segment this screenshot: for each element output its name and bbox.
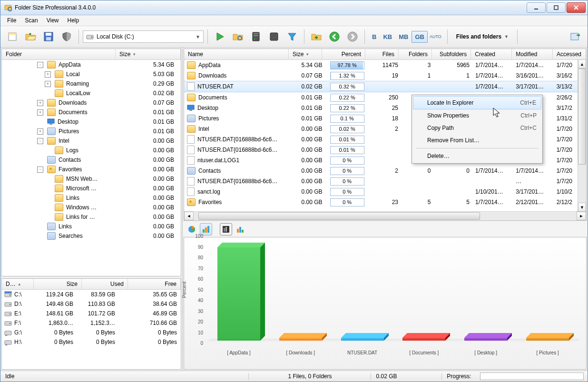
chart-flat-button[interactable] (234, 223, 246, 235)
list-row[interactable]: AppData5.34 GB97.78 %11475359651/7/2014…… (184, 60, 586, 70)
tree-item[interactable]: Contacts0.00 GB (2, 155, 181, 165)
tree-item[interactable]: Windows …0.00 GB (2, 203, 181, 212)
list-row[interactable]: Contacts0.00 GB0 %2001/7/2014…1/7/2014…1… (184, 166, 586, 176)
tree-item[interactable]: -★Favorites0.00 GB (2, 165, 181, 174)
drive-row[interactable]: F:\1,863.0…1,152.3…710.66 GB (2, 318, 181, 328)
expand-toggle[interactable]: + (37, 109, 43, 116)
svg-point-17 (254, 39, 255, 40)
tree-item[interactable]: LocalLow0.02 GB (2, 88, 181, 98)
menu-help[interactable]: Help (64, 16, 83, 25)
back-button[interactable] (326, 29, 343, 45)
list-header-folders[interactable]: Folders (399, 49, 432, 59)
stop-button[interactable] (266, 29, 282, 45)
drives-list[interactable]: C:\119.24 GB83.59 GB35.65 GBD:\149.48 GB… (2, 290, 181, 347)
tree-item[interactable]: +Roaming0.29 GB (2, 79, 181, 88)
minimize-button[interactable] (527, 2, 546, 13)
drive-row[interactable]: D:\149.48 GB110.83 GB38.64 GB (2, 299, 181, 309)
new-scan-button[interactable] (4, 29, 20, 45)
open-button[interactable] (22, 29, 39, 45)
export-button[interactable] (568, 29, 584, 45)
folder-tree[interactable]: -AppData5.34 GB+Local5.03 GB+Roaming0.29… (2, 60, 181, 276)
svg-rect-18 (270, 33, 278, 40)
expand-toggle[interactable]: + (37, 128, 43, 135)
chart-xlabel: [ Pictures ] (536, 350, 559, 355)
vertical-scrollbar[interactable]: ▲▼ (578, 59, 586, 212)
expand-toggle[interactable]: - (37, 138, 43, 144)
drives-header-used[interactable]: Used (82, 279, 128, 289)
save-button[interactable] (40, 29, 57, 45)
play-button[interactable] (212, 29, 228, 45)
menu-file[interactable]: File (3, 16, 20, 25)
ctx-copy-path[interactable]: Copy PathCtrl+C (413, 122, 541, 134)
list-header-percent[interactable]: Percent (322, 49, 365, 59)
tree-item[interactable]: Links0.00 GB (2, 193, 181, 203)
menu-scan[interactable]: Scan (21, 16, 41, 25)
drives-header-size[interactable]: Size (34, 279, 82, 289)
chart-xlabel: [ Desktop ] (474, 350, 497, 355)
tree-item[interactable]: Desktop0.01 GB (2, 117, 181, 127)
list-header-modified[interactable]: Modified (512, 49, 553, 59)
tree-item[interactable]: Microsoft …0.00 GB (2, 184, 181, 193)
unit-mb[interactable]: MB (395, 31, 412, 43)
list-row[interactable]: NTUSER.DAT0.02 GB0.32 %1/7/2014…3/17/201… (184, 81, 586, 92)
list-row[interactable]: NTUSER.DAT{016888bd-6c6…0.00 GB0 %…1/7/2… (184, 176, 586, 186)
expand-toggle[interactable]: + (37, 100, 43, 106)
expand-toggle[interactable]: + (45, 71, 51, 78)
files-folders-dropdown[interactable]: Files and folders ▼ (451, 33, 513, 40)
status-size: 0.02 GB (371, 373, 442, 380)
list-header-name[interactable]: Name (184, 49, 289, 59)
tree-item[interactable]: Links0.00 GB (2, 222, 181, 231)
tree-item[interactable]: -AppData5.34 GB (2, 60, 181, 69)
tree-item[interactable]: -Intel0.00 GB (2, 136, 181, 146)
tree-item[interactable]: +Documents0.01 GB (2, 108, 181, 117)
ctx-delete-[interactable]: Delete… (413, 150, 541, 162)
ctx-remove-from-list-[interactable]: Remove From List… (413, 134, 541, 147)
list-row[interactable]: sanct.log0.00 GB0 %1/10/201…3/17/201…1/1… (184, 186, 586, 197)
tree-item[interactable]: Searches0.00 GB (2, 231, 181, 241)
ctx-locate-in-explorer[interactable]: Locate In ExplorerCtrl+E (413, 96, 541, 109)
scan-folder-button[interactable] (230, 29, 246, 45)
tree-item[interactable]: MSN Web…0.00 GB (2, 174, 181, 184)
maximize-button[interactable] (547, 2, 566, 13)
drive-select[interactable]: Local Disk (C:) ▼ (83, 30, 204, 43)
up-folder-button[interactable] (308, 29, 324, 45)
close-button[interactable] (567, 2, 586, 13)
unit-b[interactable]: B (369, 31, 380, 43)
forward-button[interactable] (344, 29, 361, 45)
horizontal-scrollbar[interactable]: ◄► (184, 211, 586, 220)
shield-button[interactable] (59, 29, 75, 45)
menu-view[interactable]: View (43, 16, 63, 25)
unit-gb[interactable]: GB (412, 31, 428, 43)
expand-toggle[interactable]: - (37, 62, 43, 68)
list-header-size[interactable]: Size ▼ (289, 49, 322, 59)
tree-item[interactable]: +Pictures0.01 GB (2, 127, 181, 136)
expand-toggle[interactable]: + (45, 81, 51, 87)
drive-row[interactable]: G:\0 Bytes0 Bytes0 Bytes (2, 328, 181, 337)
tree-item[interactable]: Links for …0.00 GB (2, 212, 181, 222)
ctx-show-properties[interactable]: Show PropertiesCtrl+P (413, 109, 541, 122)
tree-item[interactable]: +Local5.03 GB (2, 69, 181, 79)
list-header-accessed[interactable]: Accessed (553, 49, 586, 59)
drive-row[interactable]: E:\148.61 GB101.72 GB46.89 GB (2, 309, 181, 318)
unit-kb[interactable]: KB (380, 31, 395, 43)
app-title: Folder Size Professional 3.4.0.0 (15, 4, 526, 11)
tree-item[interactable]: +Downloads0.07 GB (2, 98, 181, 108)
server-button[interactable] (248, 29, 264, 45)
unit-auto[interactable]: AUTO (428, 32, 443, 41)
chart-3d-button[interactable] (220, 223, 232, 235)
tree-header-folder[interactable]: Folder (2, 49, 116, 59)
tree-item[interactable]: Logs0.00 GB (2, 146, 181, 155)
list-header-subfolders[interactable]: Subfolders (432, 49, 471, 59)
expand-toggle[interactable]: - (37, 167, 43, 173)
tree-header-size[interactable]: Size▼ (116, 49, 181, 59)
toolbar: Local Disk (C:) ▼ B KB MB GB AUTO Files … (0, 26, 588, 48)
drives-header-drive[interactable]: D…▲ (2, 279, 34, 289)
drives-header-free[interactable]: Free (128, 279, 181, 289)
list-header-created[interactable]: Created (471, 49, 512, 59)
list-row[interactable]: Downloads0.07 GB1.32 %19111/7/2014…3/16/… (184, 70, 586, 81)
list-header-files[interactable]: Files (365, 49, 399, 59)
drive-row[interactable]: C:\119.24 GB83.59 GB35.65 GB (2, 290, 181, 299)
drive-row[interactable]: H:\0 Bytes0 Bytes0 Bytes (2, 337, 181, 347)
list-row[interactable]: ★Favorites0.00 GB0 %23551/7/2014…2/12/20… (184, 197, 586, 207)
filter-button[interactable] (284, 29, 300, 45)
